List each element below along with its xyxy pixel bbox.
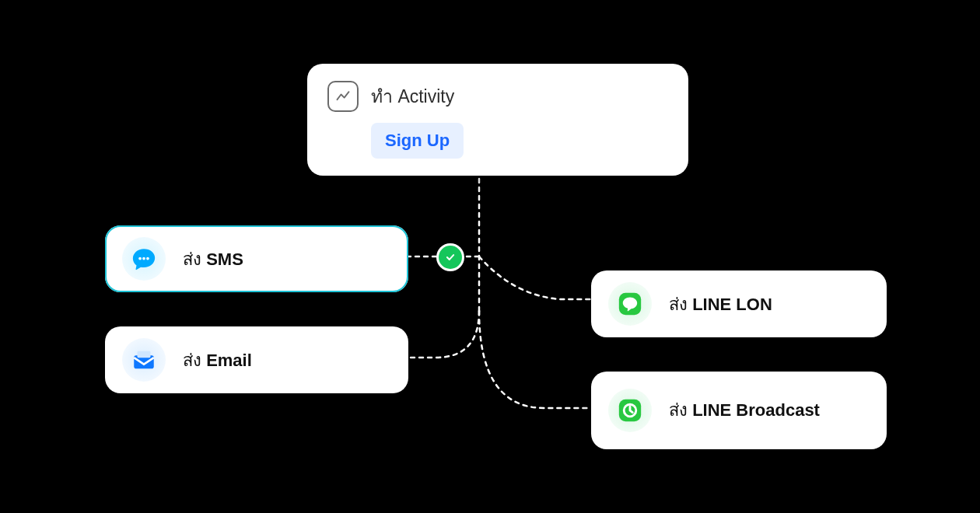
noun-text: Email [206, 351, 252, 370]
line-broadcast-icon [608, 389, 652, 432]
channel-node-sms[interactable]: ส่ง SMS [105, 225, 408, 292]
channel-node-line-lon[interactable]: ส่ง LINE LON [591, 270, 887, 337]
activity-header: ทำ Activity [327, 81, 454, 112]
diagram-stage: ทำ Activity Sign Up ส่ง SMS ส่ง Email ส [0, 0, 980, 513]
activity-badge-signup[interactable]: Sign Up [371, 123, 464, 159]
verb-text: ส่ง [669, 295, 688, 314]
channel-node-email[interactable]: ส่ง Email [105, 326, 408, 393]
noun-text: LINE LON [692, 295, 772, 314]
check-icon [439, 246, 462, 269]
channel-label: ส่ง SMS [183, 246, 243, 273]
line-icon [608, 282, 652, 326]
activity-title: ทำ Activity [371, 82, 454, 110]
verb-text: ส่ง [669, 400, 688, 420]
activity-icon [327, 81, 359, 112]
channel-label: ส่ง LINE Broadcast [669, 400, 820, 421]
svg-point-3 [146, 257, 149, 260]
verb-text: ส่ง [183, 351, 201, 370]
sms-icon [122, 237, 166, 281]
svg-rect-5 [138, 351, 151, 358]
noun-text: SMS [206, 250, 243, 269]
channel-node-line-broadcast[interactable]: ส่ง LINE Broadcast [591, 372, 887, 449]
channel-label: ส่ง Email [183, 347, 252, 374]
svg-point-1 [138, 257, 142, 260]
noun-text: LINE Broadcast [692, 400, 820, 420]
activity-node[interactable]: ทำ Activity Sign Up [307, 64, 688, 176]
email-icon [122, 338, 166, 382]
channel-label: ส่ง LINE LON [669, 291, 772, 318]
svg-point-2 [142, 257, 145, 260]
verb-text: ส่ง [183, 250, 201, 269]
